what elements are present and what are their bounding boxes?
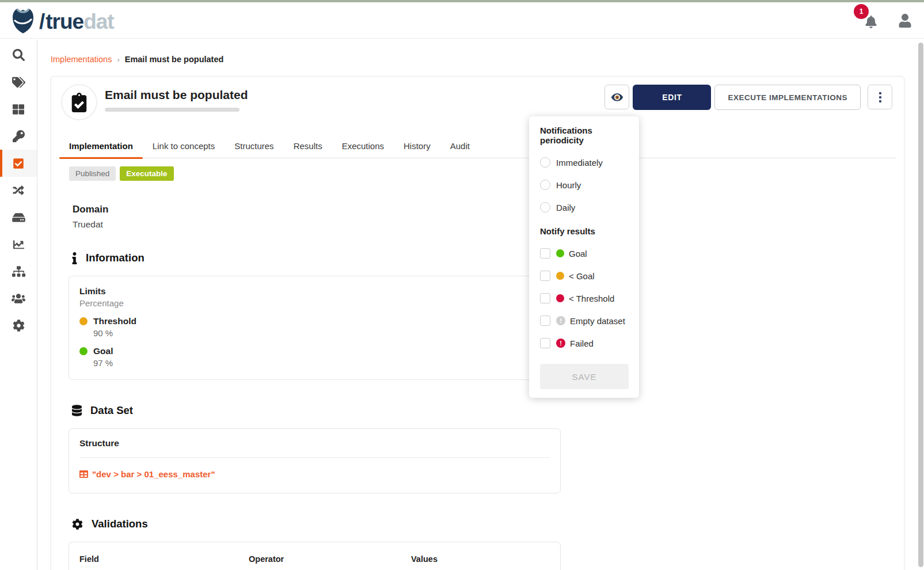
database-icon — [72, 405, 82, 416]
validations-heading-label: Validations — [92, 518, 148, 530]
hard-drive-icon — [12, 212, 25, 223]
empty-dataset-exclamation-icon: ! — [556, 316, 565, 325]
validations-panel: Field Operator Values "email1" "is not e… — [69, 542, 561, 570]
sidebar-item-taxonomy[interactable] — [0, 258, 37, 285]
breadcrumb-implementations-link[interactable]: Implementations — [51, 55, 112, 64]
tab-structures[interactable]: Structures — [225, 136, 283, 158]
below-threshold-result-dot — [556, 294, 564, 302]
breadcrumb-current: Email must be populated — [125, 55, 224, 64]
gear-icon — [13, 320, 25, 332]
checkbox-option-below-goal[interactable]: < Goal — [540, 271, 629, 281]
radio-immediately[interactable] — [540, 157, 550, 168]
chart-line-icon — [13, 239, 25, 250]
sidebar-item-permissions[interactable] — [0, 123, 37, 150]
structure-panel: Structure "dev > bar > 01_eess_master" — [69, 428, 561, 493]
periodicity-title: Notifications periodicity — [540, 126, 629, 145]
notifications-popover: Notifications periodicity Immediately Ho… — [529, 116, 639, 398]
bell-icon — [865, 16, 877, 28]
info-icon — [72, 252, 77, 264]
preview-notifications-button[interactable] — [604, 85, 629, 109]
sidebar-item-search[interactable] — [0, 41, 37, 69]
radio-option-daily[interactable]: Daily — [540, 202, 629, 212]
sidebar-item-settings[interactable] — [0, 312, 37, 339]
tab-history[interactable]: History — [394, 136, 440, 158]
goal-value: 97 % — [93, 358, 550, 368]
limits-panel: Limits Percentage Threshold 90 % Goal 97… — [69, 276, 561, 380]
column-field: Field — [79, 542, 249, 570]
limits-title: Limits — [79, 286, 550, 297]
radio-hourly[interactable] — [540, 180, 550, 190]
page-title: Email must be populated — [105, 88, 248, 102]
sidebar-item-grid[interactable] — [0, 96, 37, 123]
domain-label: Domain — [73, 204, 904, 215]
more-options-button[interactable] — [868, 85, 892, 109]
threshold-value: 90 % — [93, 328, 550, 338]
key-icon — [13, 130, 25, 142]
limit-item-threshold: Threshold — [79, 316, 550, 326]
domain-block: Domain Truedat — [73, 204, 904, 230]
radio-option-hourly[interactable]: Hourly — [540, 180, 629, 190]
notification-count-badge[interactable]: 1 — [854, 4, 869, 19]
tab-audit[interactable]: Audit — [440, 136, 480, 158]
header-actions: EDIT EXECUTE IMPLEMENTATIONS — [604, 84, 892, 110]
top-accent-strip — [0, 0, 924, 2]
structure-card-title: Structure — [79, 438, 550, 449]
dataset-section-heading: Data Set — [72, 404, 904, 417]
breadcrumb: Implementations › Email must be populate… — [51, 55, 223, 64]
checkbox-option-below-threshold[interactable]: < Threshold — [540, 293, 629, 303]
limit-item-goal: Goal — [79, 346, 550, 356]
tab-link-to-concepts[interactable]: Link to concepts — [143, 136, 225, 158]
search-icon — [13, 49, 25, 61]
sidebar-item-sources[interactable] — [0, 204, 37, 231]
checkbox-failed[interactable] — [540, 338, 550, 348]
truedat-logo[interactable]: /truedat — [10, 7, 114, 37]
edit-button[interactable]: EDIT — [633, 85, 711, 110]
tab-executions[interactable]: Executions — [332, 136, 394, 158]
checkbox-goal[interactable] — [540, 248, 550, 259]
save-button[interactable]: SAVE — [540, 364, 629, 389]
sidebar-item-groups[interactable] — [0, 285, 37, 312]
card-header: Email must be populated EDIT EXECUTE IMP… — [51, 77, 904, 120]
checkbox-below-goal[interactable] — [540, 271, 550, 281]
notifications-bell[interactable]: 1 — [862, 12, 879, 29]
logo-wordmark: /truedat — [39, 10, 114, 34]
information-heading-label: Information — [86, 252, 145, 264]
radio-option-immediately[interactable]: Immediately — [540, 157, 629, 168]
sidebar-item-implementations[interactable] — [0, 150, 37, 177]
sidebar-item-tags[interactable] — [0, 69, 37, 96]
radio-daily[interactable] — [540, 202, 550, 212]
dataset-heading-label: Data Set — [90, 404, 133, 417]
limits-subtitle: Percentage — [79, 298, 550, 308]
shuffle-icon — [12, 185, 25, 196]
information-section-heading: Information — [72, 252, 904, 264]
column-values: Values — [411, 542, 550, 570]
domain-value: Truedat — [73, 219, 904, 230]
tab-results[interactable]: Results — [284, 136, 332, 158]
kebab-icon — [879, 92, 881, 102]
user-menu[interactable] — [899, 14, 911, 30]
goal-dot — [79, 347, 88, 355]
users-icon — [12, 293, 25, 304]
checkbox-empty-dataset[interactable] — [540, 316, 550, 326]
sitemap-icon — [12, 266, 25, 277]
user-icon — [899, 14, 911, 28]
sidebar-item-lineage[interactable] — [0, 177, 37, 204]
owl-logo-icon — [10, 7, 36, 37]
quality-progress-bar — [105, 108, 239, 112]
tab-implementation[interactable]: Implementation — [59, 136, 143, 158]
structure-link[interactable]: "dev > bar > 01_eess_master" — [79, 469, 550, 479]
checkbox-below-threshold[interactable] — [540, 293, 550, 303]
divider — [79, 457, 550, 458]
implementation-detail-card: Email must be populated EDIT EXECUTE IMP… — [51, 76, 904, 570]
breadcrumb-separator: › — [117, 55, 119, 64]
status-badges: Published Executable — [69, 166, 904, 181]
checkbox-option-empty-dataset[interactable]: ! Empty dataset — [540, 316, 629, 326]
sidebar-item-dashboards[interactable] — [0, 231, 37, 258]
checkbox-option-goal[interactable]: Goal — [540, 248, 629, 259]
validations-gear-icon — [72, 519, 83, 530]
checkbox-option-failed[interactable]: ! Failed — [540, 338, 629, 348]
execute-implementations-button[interactable]: EXECUTE IMPLEMENTATIONS — [714, 85, 861, 110]
failed-exclamation-icon: ! — [556, 339, 565, 348]
column-operator: Operator — [249, 542, 411, 570]
vertical-scrollbar[interactable] — [918, 43, 923, 567]
